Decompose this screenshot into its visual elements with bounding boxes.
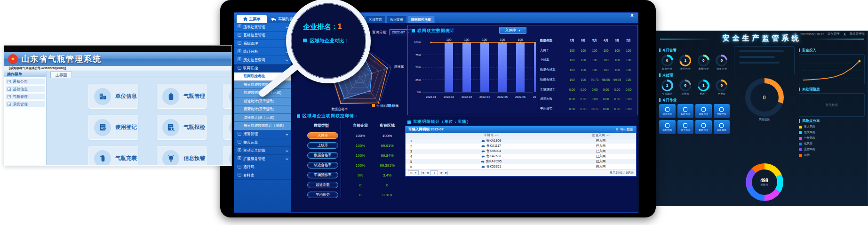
tab-vehicle-list[interactable]: 车辆列表 xyxy=(267,15,298,23)
sidebar-item-13[interactable]: 报警管理 xyxy=(234,130,291,139)
filling-icon xyxy=(94,150,111,166)
region-value: 99.391% xyxy=(380,163,395,168)
sidebar-item-17[interactable]: 通行码 xyxy=(234,163,291,172)
metric-button-3[interactable]: 轨迹合格率 xyxy=(307,162,338,169)
table-row[interactable]: 3鲁K96804已入网 xyxy=(406,149,636,154)
sidebar-item-1[interactable]: 基础信息管理 xyxy=(234,32,291,40)
sidebar-item-0[interactable]: 违章处置管理 xyxy=(234,23,291,32)
menu-icon xyxy=(238,41,241,46)
expand-icon[interactable]: + xyxy=(8,88,11,91)
work-tile-4[interactable]: 临时用电 xyxy=(659,120,676,134)
card-building[interactable]: 单位信息 xyxy=(88,84,138,109)
sidebar-item-18[interactable]: 资料库 xyxy=(234,171,291,180)
company-value: 0 xyxy=(359,183,361,187)
col-plate[interactable]: 车牌号 ▲▼ xyxy=(417,133,565,137)
sidebar-item-15[interactable]: 主动安全防御 xyxy=(234,147,291,155)
page-tab-0[interactable]: 车辆列表 xyxy=(344,16,365,23)
month-cell: 100 xyxy=(566,49,578,52)
sidebar-item-6[interactable]: 联网联控考核 xyxy=(234,72,291,81)
col-status[interactable]: 是否入网 ▲▼ xyxy=(565,133,636,137)
vehicle-table-header: 车牌号 ▲▼ 是否入网 ▲▼ xyxy=(406,133,636,138)
table-row[interactable]: 5鲁KA7C05已入网 xyxy=(406,159,636,164)
next-page-button[interactable]: ▶ xyxy=(440,171,443,175)
work-tile-5[interactable]: 动土作业 xyxy=(677,120,694,134)
table-row[interactable]: 2鲁KA1117已入网 xyxy=(406,144,636,149)
metric-button-0[interactable]: 入网率 xyxy=(307,132,338,139)
table-row[interactable]: 4鲁KA7637已入网 xyxy=(406,154,636,159)
page-number-input[interactable]: 1 xyxy=(430,170,438,175)
card-partial[interactable] xyxy=(223,84,231,109)
metric-button-2[interactable]: 数据合格率 xyxy=(307,152,338,159)
month-cell: 100 xyxy=(623,78,634,81)
tile-label: 断路作业 xyxy=(699,129,708,131)
sidebar-item-0[interactable]: +通知公告 xyxy=(5,78,45,85)
expand-icon[interactable]: + xyxy=(8,80,11,83)
sidebar-item-9[interactable]: 超速统计(基于运政) xyxy=(234,97,291,106)
metric-button-6[interactable]: 平均疲劳 xyxy=(307,192,338,198)
metric-button-4[interactable]: 车辆漂移率 xyxy=(307,172,338,178)
page-tab-3[interactable]: 联网联控考核 xyxy=(407,16,435,23)
tab-main-menu[interactable]: 主菜单 xyxy=(237,15,267,23)
month-row-label: 超速次数 xyxy=(540,97,566,101)
ring-label: 整改中 xyxy=(700,92,708,96)
page-tab-2[interactable]: 数据直报 xyxy=(386,16,407,23)
admin-link[interactable]: 后台管理 xyxy=(828,32,840,36)
work-tile-0[interactable]: 动火作业 xyxy=(659,104,676,118)
card-alert[interactable]: 信息预警 xyxy=(157,146,207,165)
metric-dropdown[interactable]: 入网率▼ xyxy=(499,27,526,34)
detail-col-header: 所在区域 xyxy=(380,123,395,128)
sidebar-item-2[interactable]: 系统管理 xyxy=(234,40,291,48)
legend-swatch xyxy=(799,126,802,129)
card-filling[interactable]: 气瓶充装 xyxy=(88,146,138,165)
card-cylinder[interactable]: 气瓶管理 xyxy=(157,84,207,109)
card-partial[interactable] xyxy=(223,146,231,165)
expand-icon[interactable]: + xyxy=(8,95,11,98)
user-label[interactable]: 系统管理员 xyxy=(850,32,865,36)
sidebar-item-16[interactable]: 扩展服务管理 xyxy=(234,155,291,163)
pushpin-icon[interactable] xyxy=(630,13,634,21)
prev-page-button[interactable]: ◀ xyxy=(426,171,429,175)
sidebar-item-14[interactable]: 整合运单 xyxy=(234,138,291,147)
sidebar-item-11[interactable]: 漂移统计(基于运政) xyxy=(234,114,291,122)
sidebar-item-10[interactable]: 疲劳统计(基于运政) xyxy=(234,105,291,114)
sidebar-collapse-icon[interactable]: ❮ xyxy=(298,17,302,22)
sidebar-item-5[interactable]: 联网联控 xyxy=(234,64,291,73)
tab-main-screen[interactable]: 主界面 xyxy=(50,72,72,78)
page-size-select[interactable]: 10▼ xyxy=(408,170,419,175)
expand-icon[interactable]: + xyxy=(8,103,11,106)
card-inspect[interactable]: 气瓶报检 xyxy=(157,115,207,140)
page-tab-1[interactable]: 区域查岗 xyxy=(365,16,386,23)
sidebar-item-4[interactable]: 历史信息查询 xyxy=(234,56,291,64)
export-button[interactable]: 导出数据 xyxy=(615,127,633,132)
last-page-button[interactable]: ▶| xyxy=(445,171,448,175)
work-tile-1[interactable]: 高处作业 xyxy=(677,104,694,118)
sidebar-item-7[interactable]: 每日轨迹数据统计 xyxy=(234,81,291,89)
work-tile-2[interactable]: 吊装作业 xyxy=(695,104,712,118)
first-page-button[interactable]: |◀ xyxy=(421,171,424,175)
sidebar-item-3[interactable]: 统计分析 xyxy=(234,48,291,56)
sort-icon[interactable]: ▲▼ xyxy=(606,134,610,137)
work-tile-6[interactable]: 断路作业 xyxy=(695,120,712,134)
metric-button-5[interactable]: 超速次数 xyxy=(307,182,338,188)
card-register[interactable]: 使用登记 xyxy=(88,115,138,140)
month-cell: 100 xyxy=(578,78,589,81)
row-index: 4 xyxy=(406,155,417,158)
row-index: 1 xyxy=(406,139,417,143)
tile-icon xyxy=(683,123,687,128)
sidebar-item-2[interactable]: +气瓶管理 xyxy=(5,93,45,100)
work-tile-7[interactable]: 盲板抽堵 xyxy=(714,120,730,134)
card-partial[interactable] xyxy=(223,115,231,140)
region-value: 99.84% xyxy=(381,153,393,158)
month-row-label: 上线车 xyxy=(540,58,566,62)
sidebar-item-1[interactable]: +基础信息 xyxy=(5,86,45,92)
table-row[interactable]: 1鲁KA1909已入网 xyxy=(406,138,636,144)
table-row[interactable]: 6鲁K56951已入网 xyxy=(406,164,636,169)
sort-icon[interactable]: ▲▼ xyxy=(495,134,499,137)
sidebar-item-12[interactable]: 每日轨迹数据统计（测试） xyxy=(234,122,291,130)
sidebar-item-8[interactable]: 轨迹数据统计(基于运政) xyxy=(234,89,291,97)
work-tile-3[interactable]: 受限空间 xyxy=(714,104,730,118)
metric-button-1[interactable]: 上线率 xyxy=(307,142,338,149)
vehicle-table-title: 车辆入网明细 2022-07 xyxy=(408,127,444,132)
sidebar-item-3[interactable]: +系统管理 xyxy=(5,101,45,107)
plate-text: 鲁KA1909 xyxy=(486,138,502,143)
